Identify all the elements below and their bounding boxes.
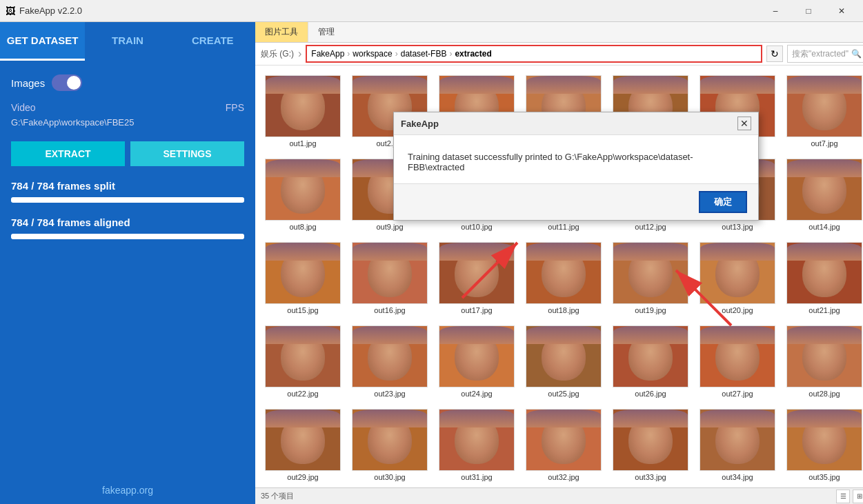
file-thumbnail	[526, 409, 602, 471]
file-name: out11.jpg	[548, 223, 579, 231]
title-bar: 🖼 FakeApp v2.2.0 – □ ✕	[0, 0, 863, 22]
extract-button[interactable]: EXTRACT	[11, 141, 125, 166]
status-bar-right: ☰ ⊞	[836, 490, 863, 503]
file-item[interactable]: out20.jpg	[697, 239, 778, 317]
app-title: FakeApp v2.2.0	[19, 6, 760, 16]
file-item[interactable]: out7.jpg	[784, 72, 863, 150]
file-name: out21.jpg	[809, 306, 840, 314]
file-name: out22.jpg	[287, 390, 318, 398]
file-thumbnail	[265, 159, 341, 221]
file-item[interactable]: out28.jpg	[784, 323, 863, 401]
explorer-toolbar: 图片工具 管理	[255, 22, 863, 43]
close-button[interactable]: ✕	[826, 0, 857, 22]
file-name: out35.jpg	[809, 473, 840, 481]
search-placeholder: 搜索"extracted"	[792, 48, 849, 60]
file-name: out26.jpg	[635, 390, 666, 398]
file-name: out8.jpg	[289, 223, 316, 231]
tab-create[interactable]: CREATE	[170, 22, 255, 61]
manage-tab[interactable]: 管理	[308, 22, 344, 42]
file-item[interactable]: out32.jpg	[523, 406, 604, 484]
file-thumbnail	[265, 242, 341, 304]
file-item[interactable]: out23.jpg	[349, 323, 430, 401]
dialog-title: FakeApp	[401, 119, 439, 129]
file-thumbnail	[700, 242, 775, 304]
file-item[interactable]: out15.jpg	[262, 239, 344, 317]
file-item[interactable]: out22.jpg	[262, 323, 344, 401]
file-name: out23.jpg	[374, 390, 405, 398]
nav-tabs: GET DATASET TRAIN CREATE	[0, 22, 255, 61]
status-bar: 35 个项目 ☰ ⊞	[255, 487, 863, 504]
address-input[interactable]: FakeApp › workspace › dataset-FBB › extr…	[306, 45, 762, 63]
file-name: out31.jpg	[461, 473, 492, 481]
action-buttons: EXTRACT SETTINGS	[11, 141, 244, 166]
file-name: out12.jpg	[635, 223, 666, 231]
tab-train[interactable]: TRAIN	[85, 22, 170, 61]
dialog-ok-button[interactable]: 确定	[699, 191, 747, 213]
maximize-button[interactable]: □	[793, 0, 824, 22]
file-item[interactable]: out31.jpg	[436, 406, 517, 484]
file-item[interactable]: out27.jpg	[697, 323, 778, 401]
file-thumbnail	[352, 325, 428, 387]
file-item[interactable]: out19.jpg	[610, 239, 691, 317]
file-thumbnail	[613, 409, 688, 471]
search-icon[interactable]: 🔍	[851, 49, 862, 59]
dialog: FakeApp ✕ Training dataset successfully …	[393, 112, 759, 221]
file-item[interactable]: out1.jpg	[262, 72, 344, 150]
path-part-3: dataset-FBB	[401, 49, 447, 59]
file-name: out14.jpg	[809, 223, 840, 231]
file-name: out9.jpg	[376, 223, 403, 231]
file-item[interactable]: out26.jpg	[610, 323, 691, 401]
file-name: out29.jpg	[287, 473, 318, 481]
minimize-button[interactable]: –	[760, 0, 791, 22]
file-name: out33.jpg	[635, 473, 666, 481]
file-thumbnail	[786, 325, 862, 387]
file-item[interactable]: out33.jpg	[610, 406, 691, 484]
file-thumbnail	[786, 159, 862, 221]
file-name: out24.jpg	[461, 390, 492, 398]
sidebar-content: Images Video FPS G:\FakeApp\workspace\FB…	[0, 61, 255, 476]
tool-tab[interactable]: 图片工具	[255, 22, 308, 42]
file-item[interactable]: out21.jpg	[784, 239, 863, 317]
images-toggle-row: Images	[11, 74, 244, 91]
search-box[interactable]: 搜索"extracted" 🔍	[787, 45, 863, 63]
file-thumbnail	[700, 409, 775, 471]
file-name: out15.jpg	[287, 306, 318, 314]
file-item[interactable]: out8.jpg	[262, 156, 344, 234]
tab-get-dataset[interactable]: GET DATASET	[0, 22, 85, 61]
file-item[interactable]: out30.jpg	[349, 406, 430, 484]
file-item[interactable]: out17.jpg	[436, 239, 517, 317]
images-toggle[interactable]	[52, 74, 82, 91]
grid-view-button[interactable]: ⊞	[853, 490, 863, 503]
frames-aligned-progress-fill	[11, 234, 244, 239]
file-item[interactable]: out34.jpg	[697, 406, 778, 484]
window-controls: – □ ✕	[760, 0, 857, 22]
path-part-4: extracted	[455, 49, 491, 59]
dialog-footer: 确定	[394, 183, 758, 220]
file-thumbnail	[613, 242, 688, 304]
file-item[interactable]: out14.jpg	[784, 156, 863, 234]
file-item[interactable]: out16.jpg	[349, 239, 430, 317]
file-item[interactable]: out18.jpg	[523, 239, 604, 317]
file-thumbnail	[265, 325, 341, 387]
file-name: out20.jpg	[722, 306, 753, 314]
file-name: out19.jpg	[635, 306, 666, 314]
file-name: out13.jpg	[722, 223, 753, 231]
file-explorer: 图片工具 管理 娱乐 (G:) › FakeApp › workspace › …	[255, 22, 863, 504]
dialog-close-button[interactable]: ✕	[737, 117, 751, 130]
file-thumbnail	[439, 409, 515, 471]
file-item[interactable]: out24.jpg	[436, 323, 517, 401]
refresh-button[interactable]: ↻	[766, 46, 783, 62]
file-item[interactable]: out29.jpg	[262, 406, 344, 484]
fps-label: FPS	[226, 102, 244, 113]
file-thumbnail	[352, 409, 428, 471]
file-item[interactable]: out25.jpg	[523, 323, 604, 401]
file-item[interactable]: out35.jpg	[784, 406, 863, 484]
video-label: Video	[11, 102, 36, 113]
list-view-button[interactable]: ☰	[836, 490, 850, 503]
settings-button[interactable]: SETTINGS	[130, 141, 244, 166]
file-thumbnail	[613, 325, 688, 387]
file-thumbnail	[439, 242, 515, 304]
sidebar: GET DATASET TRAIN CREATE Images Video FP…	[0, 22, 255, 504]
file-name: out30.jpg	[374, 473, 405, 481]
file-thumbnail	[786, 75, 862, 137]
